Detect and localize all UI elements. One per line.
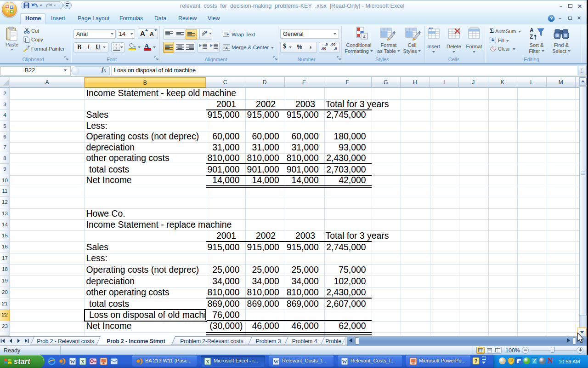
- svg-text:W: W: [342, 359, 347, 364]
- svg-text:?: ?: [475, 358, 478, 364]
- svg-text:ab: ab: [201, 30, 207, 36]
- svg-text:a: a: [226, 46, 228, 50]
- svg-text:X: X: [81, 359, 85, 364]
- svg-text:W: W: [274, 359, 279, 364]
- svg-text:W: W: [70, 359, 75, 364]
- svg-text:X: X: [206, 359, 209, 364]
- svg-text:≤: ≤: [363, 34, 366, 39]
- svg-text:Z: Z: [530, 34, 533, 40]
- svg-text:?: ?: [550, 16, 553, 21]
- svg-text:A: A: [530, 27, 534, 34]
